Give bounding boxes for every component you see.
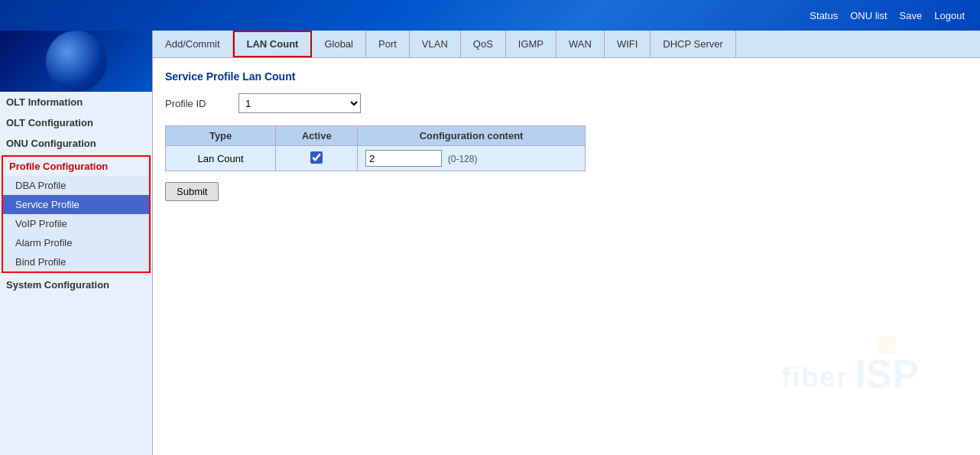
watermark-wifi-icon: 📶 [878, 336, 897, 354]
onu-list-link[interactable]: ONU list [850, 10, 887, 21]
profile-id-select[interactable]: 1 2 3 4 [239, 93, 361, 113]
wan-tab[interactable]: WAN [557, 31, 605, 57]
sidebar-item-system-configuration[interactable]: System Configuration [0, 275, 152, 295]
qos-tab[interactable]: QoS [461, 31, 506, 57]
save-link[interactable]: Save [900, 10, 923, 21]
lan-count-table: Type Active Configuration content Lan Co… [165, 125, 586, 171]
layout: OLT Information OLT Configuration ONU Co… [0, 31, 980, 455]
sidebar-item-onu-configuration[interactable]: ONU Configuration [0, 133, 152, 154]
sidebar-item-olt-information[interactable]: OLT Information [0, 92, 152, 112]
col-config: Configuration content [358, 126, 586, 146]
submit-button[interactable]: Submit [165, 182, 219, 201]
profile-id-row: Profile ID 1 2 3 4 [165, 93, 968, 113]
main: Add/Commit LAN Count Global Port VLAN Qo… [153, 31, 980, 455]
type-cell: Lan Count [166, 146, 276, 171]
col-active: Active [276, 126, 358, 146]
sidebar-item-voip-profile[interactable]: VoIP Profile [3, 214, 149, 233]
range-hint: (0-128) [448, 154, 478, 164]
col-type: Type [166, 126, 276, 146]
page-title: Service Profile Lan Count [165, 70, 968, 83]
sidebar-item-alarm-profile[interactable]: Alarm Profile [3, 233, 149, 252]
add-commit-tab[interactable]: Add/Commit [153, 31, 233, 57]
sidebar-item-bind-profile[interactable]: Bind Profile [3, 252, 149, 271]
watermark: fiber 📶 ISP [781, 336, 919, 394]
tabbar: Add/Commit LAN Count Global Port VLAN Qo… [153, 31, 980, 58]
status-link[interactable]: Status [810, 10, 838, 21]
watermark-isp: ISP [855, 354, 919, 394]
sidebar-item-profile-configuration[interactable]: Profile Configuration [3, 157, 149, 176]
wifi-tab[interactable]: WIFI [605, 31, 651, 57]
profile-id-label: Profile ID [165, 98, 226, 109]
config-cell: (0-128) [358, 146, 586, 171]
watermark-fiber: fiber [781, 362, 849, 394]
vlan-tab[interactable]: VLAN [410, 31, 461, 57]
igmp-tab[interactable]: IGMP [506, 31, 557, 57]
active-cell [276, 146, 358, 171]
global-tab[interactable]: Global [312, 31, 366, 57]
dhcp-server-tab[interactable]: DHCP Server [651, 31, 736, 57]
sidebar-banner [0, 31, 152, 92]
sidebar-item-olt-configuration[interactable]: OLT Configuration [0, 112, 152, 133]
sidebar-item-dba-profile[interactable]: DBA Profile [3, 176, 149, 195]
sidebar: OLT Information OLT Configuration ONU Co… [0, 31, 153, 455]
header: Status ONU list Save Logout [0, 0, 980, 31]
content: Service Profile Lan Count Profile ID 1 2… [153, 58, 980, 455]
lan-count-tab[interactable]: LAN Count [233, 31, 313, 57]
logout-link[interactable]: Logout [934, 10, 965, 21]
profile-config-box: Profile Configuration DBA Profile Servic… [2, 155, 151, 273]
port-tab[interactable]: Port [366, 31, 410, 57]
submit-area: Submit [165, 171, 968, 201]
globe-icon [46, 31, 107, 92]
sidebar-item-service-profile[interactable]: Service Profile [3, 195, 149, 214]
table-row: Lan Count (0-128) [166, 146, 586, 171]
lan-count-input[interactable] [365, 150, 442, 167]
active-checkbox[interactable] [310, 151, 323, 164]
